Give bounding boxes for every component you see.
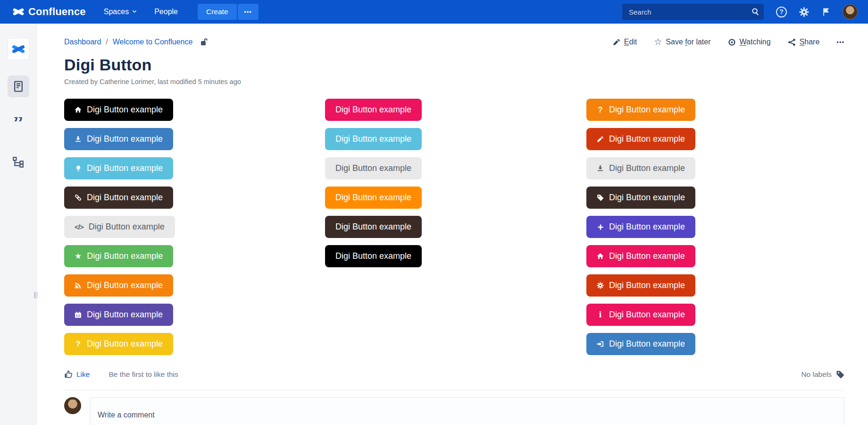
edit-pencil-icon bbox=[613, 38, 620, 46]
digi-button-label: Digi Button example bbox=[335, 222, 411, 232]
digi-button-label: Digi Button example bbox=[87, 280, 163, 290]
digi-button[interactable]: Digi Button example bbox=[325, 157, 422, 179]
digi-button-label: Digi Button example bbox=[87, 251, 163, 261]
rss-icon bbox=[75, 282, 82, 289]
digi-button[interactable]: Digi Button example bbox=[64, 187, 173, 209]
download-icon bbox=[75, 136, 82, 143]
digi-button[interactable]: Digi Button example bbox=[586, 333, 695, 355]
signin-icon bbox=[597, 340, 604, 348]
create-more-button[interactable]: ••• bbox=[238, 4, 259, 20]
digi-button[interactable]: Digi Button example bbox=[64, 128, 173, 150]
page-more-button[interactable]: ••• bbox=[836, 39, 844, 46]
space-logo-icon bbox=[11, 42, 25, 56]
edit-button[interactable]: Edit bbox=[613, 38, 637, 46]
watching-button[interactable]: Watching bbox=[728, 38, 771, 46]
digi-button[interactable]: </>Digi Button example bbox=[64, 216, 175, 238]
digi-button[interactable]: ?Digi Button example bbox=[586, 99, 695, 121]
search-input[interactable] bbox=[622, 4, 764, 20]
comment-avatar bbox=[64, 397, 81, 414]
user-avatar[interactable] bbox=[843, 4, 858, 19]
share-button[interactable]: Share bbox=[788, 38, 820, 46]
gear-icon bbox=[799, 7, 809, 17]
question-icon: ? bbox=[597, 106, 604, 113]
lightbulb-icon bbox=[75, 165, 82, 172]
digi-button[interactable]: Digi Button example bbox=[586, 274, 695, 297]
star-icon: ★ bbox=[75, 253, 82, 260]
digi-button-label: Digi Button example bbox=[609, 280, 685, 290]
button-column-3: ?Digi Button exampleDigi Button exampleD… bbox=[586, 99, 695, 355]
notification-flag-icon bbox=[821, 8, 830, 17]
breadcrumb-space-link[interactable]: Welcome to Confluence bbox=[113, 38, 193, 46]
like-button[interactable]: Like bbox=[64, 370, 90, 379]
page-actions: Edit ☆ Save for later Watching Share ••• bbox=[613, 38, 844, 46]
confluence-app: Confluence Spaces People Create ••• ? bbox=[0, 0, 868, 425]
question-icon: ? bbox=[75, 340, 82, 348]
button-column-2: Digi Button exampleDigi Button exampleDi… bbox=[325, 99, 586, 355]
digi-button-label: Digi Button example bbox=[609, 193, 685, 203]
digi-button[interactable]: ?Digi Button example bbox=[64, 333, 173, 355]
page-content: Dashboard / Welcome to Confluence Edit ☆… bbox=[37, 24, 868, 425]
digi-button-label: Digi Button example bbox=[609, 163, 685, 173]
sidebar-item-pages[interactable] bbox=[8, 76, 29, 97]
watching-eye-icon bbox=[728, 38, 736, 46]
confluence-home-link[interactable]: Confluence bbox=[12, 6, 86, 18]
digi-button[interactable]: Digi Button example bbox=[325, 187, 422, 209]
tag-icon bbox=[597, 194, 604, 201]
search-icon[interactable] bbox=[751, 8, 760, 17]
social-row: Like Be the first to like this No labels bbox=[64, 370, 844, 379]
button-grid: Digi Button exampleDigi Button exampleDi… bbox=[64, 99, 844, 355]
space-logo[interactable] bbox=[8, 39, 29, 60]
digi-button[interactable]: Digi Button example bbox=[325, 245, 422, 267]
chevron-down-icon bbox=[132, 9, 137, 15]
plus-icon bbox=[597, 224, 604, 230]
thumbs-up-icon bbox=[64, 370, 73, 379]
comment-input[interactable] bbox=[90, 398, 844, 425]
digi-button[interactable]: Digi Button example bbox=[325, 99, 422, 121]
digi-button[interactable]: Digi Button example bbox=[64, 157, 173, 179]
home-icon bbox=[597, 253, 604, 260]
create-button[interactable]: Create bbox=[198, 4, 237, 20]
confluence-logo-icon bbox=[12, 6, 25, 18]
people-label: People bbox=[154, 8, 178, 16]
digi-button[interactable]: Digi Button example bbox=[586, 245, 695, 267]
people-menu[interactable]: People bbox=[154, 8, 178, 16]
digi-button[interactable]: ★Digi Button example bbox=[64, 245, 173, 267]
settings-button[interactable] bbox=[799, 7, 809, 17]
digi-button[interactable]: Digi Button example bbox=[586, 157, 695, 179]
digi-button-label: Digi Button example bbox=[609, 105, 685, 115]
digi-button[interactable]: Digi Button example bbox=[586, 216, 695, 238]
digi-button-label: Digi Button example bbox=[89, 222, 165, 232]
gear-icon bbox=[597, 282, 604, 289]
digi-button-label: Digi Button example bbox=[87, 193, 163, 203]
digi-button[interactable]: Digi Button example bbox=[64, 99, 173, 121]
digi-button[interactable]: Digi Button example bbox=[64, 304, 173, 326]
notifications-button[interactable] bbox=[821, 8, 830, 17]
digi-button[interactable]: Digi Button example bbox=[586, 187, 695, 209]
labels-button[interactable]: No labels bbox=[801, 370, 844, 379]
sidebar-item-page-tree[interactable] bbox=[8, 151, 29, 173]
save-for-later-button[interactable]: ☆ Save for later bbox=[654, 38, 710, 46]
quote-icon: ” bbox=[13, 117, 24, 131]
digi-button[interactable]: Digi Button example bbox=[325, 216, 422, 238]
digi-button[interactable]: Digi Button example bbox=[586, 128, 695, 150]
digi-button-label: Digi Button example bbox=[335, 105, 411, 115]
breadcrumb-dashboard-link[interactable]: Dashboard bbox=[64, 38, 101, 46]
spaces-menu[interactable]: Spaces bbox=[104, 8, 137, 16]
digi-button-label: Digi Button example bbox=[609, 251, 685, 261]
digi-button-label: Digi Button example bbox=[87, 163, 163, 173]
like-label: Like bbox=[76, 370, 90, 379]
unlock-icon[interactable] bbox=[200, 38, 209, 46]
digi-button[interactable]: iDigi Button example bbox=[586, 304, 695, 326]
help-button[interactable]: ? bbox=[776, 7, 787, 17]
button-column-1: Digi Button exampleDigi Button exampleDi… bbox=[64, 99, 325, 355]
breadcrumb-separator: / bbox=[106, 38, 108, 46]
spaces-label: Spaces bbox=[104, 8, 129, 16]
digi-button[interactable]: Digi Button example bbox=[325, 128, 422, 150]
sidebar-item-blog[interactable]: ” bbox=[8, 113, 29, 135]
calendar-icon bbox=[75, 311, 82, 318]
space-sidebar: ” bbox=[0, 24, 37, 425]
digi-button[interactable]: Digi Button example bbox=[64, 274, 173, 297]
page-tree-icon bbox=[12, 156, 24, 168]
section-divider bbox=[64, 390, 844, 391]
digi-button-label: Digi Button example bbox=[609, 134, 685, 144]
